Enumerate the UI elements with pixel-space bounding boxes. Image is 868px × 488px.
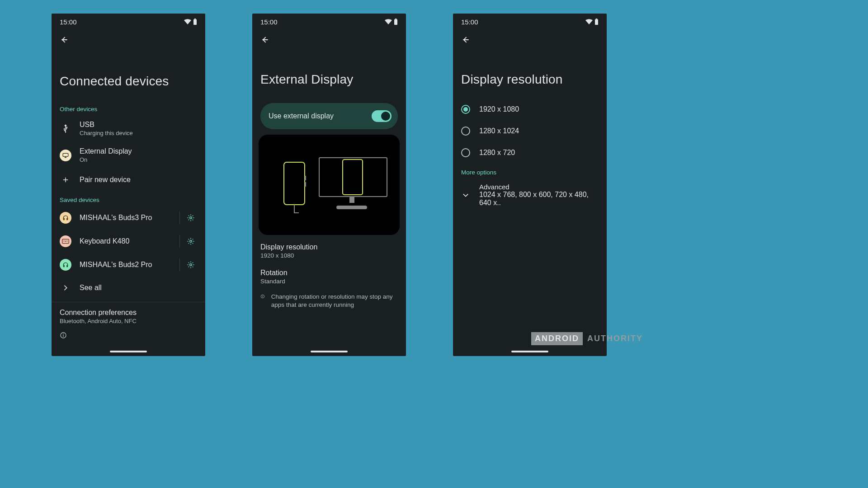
device-settings-button[interactable] xyxy=(184,235,197,248)
status-icons xyxy=(585,19,599,25)
watermark-suffix: AUTHORITY xyxy=(587,334,643,343)
info-icon xyxy=(60,332,67,339)
back-button[interactable] xyxy=(259,33,271,46)
svg-point-2 xyxy=(64,128,65,129)
svg-rect-18 xyxy=(343,160,363,195)
row-advanced[interactable]: Advanced 1024 x 768, 800 x 600, 720 x 48… xyxy=(453,178,607,211)
svg-rect-21 xyxy=(263,296,263,297)
section-other-devices: Other devices xyxy=(52,100,205,115)
gear-icon xyxy=(187,237,195,245)
see-all-label: See all xyxy=(80,284,197,292)
svg-point-5 xyxy=(190,217,192,219)
ext-title: External Display xyxy=(80,147,197,155)
device-settings-button[interactable] xyxy=(184,211,197,224)
watermark-brand: ANDROID xyxy=(531,332,583,345)
row-external-display[interactable]: External Display On xyxy=(52,142,205,169)
pair-label: Pair new device xyxy=(80,176,197,184)
advanced-sub: 1024 x 768, 800 x 600, 720 x 480, 640 x.… xyxy=(479,191,599,207)
svg-rect-11 xyxy=(63,335,63,337)
page-title: Connected devices xyxy=(52,50,205,100)
resolution-value: 868 x 488 xyxy=(260,252,398,259)
gear-icon xyxy=(187,214,195,222)
top-app-bar xyxy=(52,30,205,50)
plus-icon xyxy=(62,176,69,183)
divider xyxy=(179,258,180,271)
row-usb[interactable]: USB Charging this device xyxy=(52,115,205,142)
wifi-icon xyxy=(385,19,392,24)
device-name: MISHAAL's Buds3 Pro xyxy=(80,214,171,222)
conn-pref-sub: Bluetooth, Android Auto, NFC xyxy=(60,318,197,324)
radio-option[interactable]: 1280 x 720 xyxy=(453,142,607,164)
wifi-icon xyxy=(184,19,191,24)
rotation-title: Rotation xyxy=(260,269,398,277)
svg-rect-0 xyxy=(193,19,197,25)
battery-icon xyxy=(594,19,599,25)
option-label: 868 x 488 xyxy=(479,105,519,113)
watermark: ANDROID AUTHORITY xyxy=(531,332,643,345)
status-icons xyxy=(184,19,197,25)
usb-icon xyxy=(62,124,69,133)
section-more-options: More options xyxy=(453,164,607,178)
svg-rect-13 xyxy=(395,19,397,19)
back-button[interactable] xyxy=(58,33,71,46)
display-illustration xyxy=(259,135,400,235)
page-title: Display resolution xyxy=(453,50,607,99)
nav-handle[interactable] xyxy=(311,351,348,352)
resolution-title: Display resolution xyxy=(260,243,398,251)
status-bar: 15:00 xyxy=(453,14,607,30)
row-saved-device[interactable]: MISHAAL's Buds2 Pro xyxy=(52,253,205,277)
status-bar: 15:00 xyxy=(252,14,406,30)
svg-rect-23 xyxy=(596,19,598,19)
arrow-left-icon xyxy=(461,35,470,44)
divider xyxy=(179,235,180,248)
row-connection-preferences[interactable]: Connection preferences Bluetooth, Androi… xyxy=(52,302,205,324)
svg-rect-3 xyxy=(66,127,67,127)
monitor-icon xyxy=(62,153,69,158)
battery-icon xyxy=(193,19,197,25)
phone-external-display: 15:00 External Display Use external disp… xyxy=(252,14,406,356)
clock: 15:00 xyxy=(60,18,77,26)
row-pair-new-device[interactable]: Pair new device xyxy=(52,169,205,191)
info-note: Changing rotation or resolution may stop… xyxy=(252,286,406,309)
device-name: MISHAAL's Buds2 Pro xyxy=(80,261,171,269)
divider xyxy=(179,211,180,224)
conn-pref-title: Connection preferences xyxy=(60,309,197,317)
wifi-icon xyxy=(585,19,593,24)
radio-option[interactable]: 868 x 488 xyxy=(453,99,607,120)
ext-sub: On xyxy=(80,156,197,163)
switch[interactable] xyxy=(372,110,392,122)
option-label: 1280 x 1024 xyxy=(479,127,519,135)
row-display-resolution[interactable]: Display resolution 868 x 488 xyxy=(252,235,406,261)
device-settings-button[interactable] xyxy=(184,258,197,271)
keyboard-icon xyxy=(62,239,69,244)
nav-handle[interactable] xyxy=(110,351,147,352)
radio-icon xyxy=(461,105,470,114)
battery-icon xyxy=(394,19,398,25)
section-saved-devices: Saved devices xyxy=(52,191,205,206)
toggle-use-external-display[interactable]: Use external display xyxy=(260,103,398,129)
option-label: 1280 x 720 xyxy=(479,149,515,157)
row-saved-device[interactable]: MISHAAL's Buds3 Pro xyxy=(52,206,205,230)
svg-point-20 xyxy=(262,296,263,296)
svg-rect-22 xyxy=(595,19,598,25)
svg-rect-16 xyxy=(305,182,306,187)
headphones-icon xyxy=(62,262,69,268)
top-app-bar xyxy=(252,30,406,50)
radio-option[interactable]: 1280 x 1024 xyxy=(453,120,607,142)
rotation-value: Standard xyxy=(260,278,398,285)
row-see-all[interactable]: See all xyxy=(52,277,205,299)
info-text: Changing rotation or resolution may stop… xyxy=(271,293,398,309)
toggle-label: Use external display xyxy=(269,112,334,120)
row-saved-device[interactable]: Keyboard K480 xyxy=(52,230,205,253)
nav-handle[interactable] xyxy=(511,351,548,352)
status-bar: 15:00 xyxy=(52,14,205,30)
device-name: Keyboard K480 xyxy=(80,237,171,245)
advanced-title: Advanced xyxy=(479,183,599,191)
svg-point-10 xyxy=(63,333,64,334)
back-button[interactable] xyxy=(459,33,472,46)
radio-icon xyxy=(461,148,470,157)
top-app-bar xyxy=(453,30,607,50)
clock: 15:00 xyxy=(260,18,278,26)
usb-sub: Charging this device xyxy=(80,130,197,136)
row-rotation[interactable]: Rotation Standard xyxy=(252,261,406,286)
